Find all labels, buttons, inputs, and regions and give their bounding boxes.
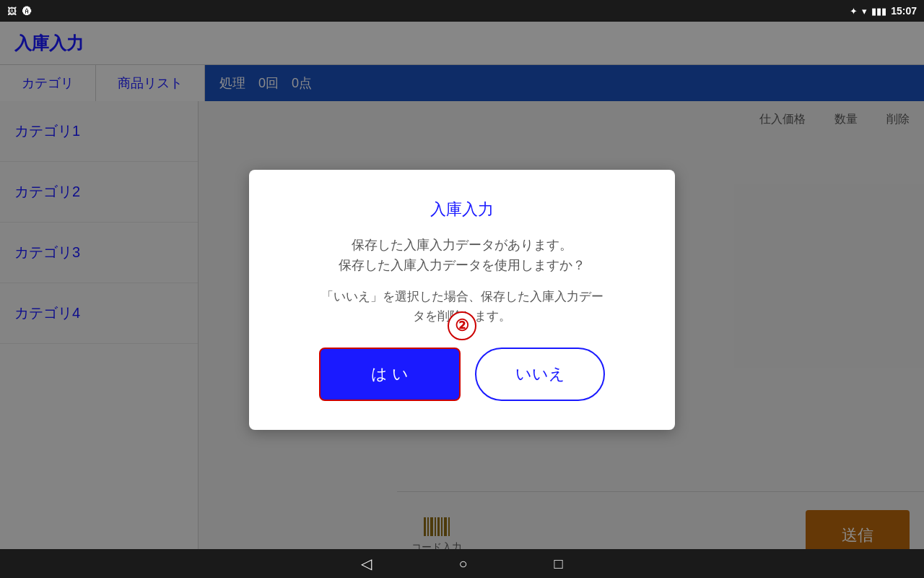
dialog-title: 入庫入力: [285, 199, 639, 220]
wifi-icon: ▾: [862, 6, 867, 17]
status-bar-left: 🖼 🅐: [7, 6, 32, 17]
android-nav-bar: ◁ ○ □: [0, 549, 924, 578]
nav-home-button[interactable]: ○: [458, 556, 467, 572]
dialog: 入庫入力 保存した入庫入力データがあります。 保存した入庫入力データを使用します…: [249, 170, 675, 431]
notification-icon-1: 🖼: [7, 6, 17, 17]
yes-button[interactable]: は い: [319, 348, 461, 401]
dialog-buttons: ② は い いいえ: [285, 348, 639, 401]
nav-recent-button[interactable]: □: [554, 556, 563, 572]
step-indicator: ②: [448, 311, 476, 340]
app-container: 入庫入力 カテゴリ 商品リスト 処理 0回 0点 カテゴリ1 カテゴリ2 カテゴ…: [0, 22, 924, 578]
nav-back-button[interactable]: ◁: [361, 555, 372, 572]
modal-overlay: 入庫入力 保存した入庫入力データがあります。 保存した入庫入力データを使用します…: [0, 22, 924, 578]
clock: 15:07: [891, 5, 917, 17]
signal-icon: ▮▮▮: [871, 6, 886, 17]
status-bar-right: ✦ ▾ ▮▮▮ 15:07: [850, 5, 917, 17]
dialog-message1: 保存した入庫入力データがあります。 保存した入庫入力データを使用しますか？: [285, 235, 639, 277]
notification-icon-2: 🅐: [22, 6, 32, 17]
bluetooth-icon: ✦: [850, 6, 858, 17]
no-button[interactable]: いいえ: [475, 348, 605, 401]
status-bar: 🖼 🅐 ✦ ▾ ▮▮▮ 15:07: [0, 0, 924, 22]
